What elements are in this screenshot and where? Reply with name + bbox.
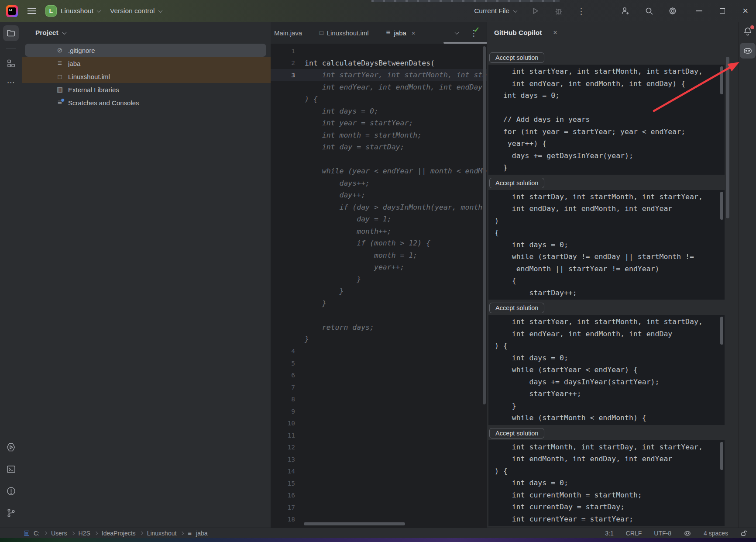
accept-solution-button[interactable]: Accept solution: [489, 178, 544, 188]
terminal-tool-icon[interactable]: [3, 461, 19, 477]
editor-line: 17: [271, 501, 487, 514]
tab-bar-scrollbar[interactable]: [443, 42, 487, 44]
editor-line: }: [271, 273, 487, 286]
editor-line: }: [271, 333, 487, 345]
add-user-icon[interactable]: [620, 6, 631, 16]
editor-code-area[interactable]: 1 2 int calculateDaysBetweenDates( 3 int…: [271, 44, 487, 528]
inspections-ok-icon[interactable]: ✓: [474, 25, 480, 35]
editor-vertical-scrollbar[interactable]: [483, 46, 486, 404]
tab-linuxshout-iml[interactable]: Linuxshout.iml: [311, 22, 377, 44]
vcs-widget[interactable]: Version control: [110, 7, 162, 15]
line-text: day++;: [305, 191, 365, 199]
line-number: 18: [271, 516, 295, 523]
line-number: 12: [271, 444, 295, 451]
chevron-down-icon[interactable]: [455, 30, 459, 35]
project-widget[interactable]: L Linuxshout: [45, 5, 100, 17]
breadcrumb-item[interactable]: IdeaProjects: [102, 530, 143, 537]
debug-icon[interactable]: [553, 6, 564, 16]
editor-line: 15: [271, 477, 487, 490]
line-text: days++;: [305, 179, 370, 187]
project-tree-item[interactable]: Scratches and Consoles: [22, 96, 271, 109]
editor-line: }: [271, 285, 487, 297]
run-icon[interactable]: [530, 6, 540, 16]
notifications-bell-icon[interactable]: [742, 26, 753, 37]
caret-position-widget[interactable]: 3:1: [605, 530, 613, 537]
line-text: }: [305, 275, 361, 283]
indent-widget[interactable]: 4 spaces: [704, 530, 728, 537]
main-menu-icon[interactable]: [27, 8, 36, 14]
line-text: int year = startYear;: [305, 119, 413, 127]
accept-solution-button[interactable]: Accept solution: [489, 428, 544, 438]
editor-line: [271, 309, 487, 321]
breadcrumb-label: C:: [34, 530, 40, 537]
close-icon[interactable]: ×: [742, 7, 748, 15]
accept-solution-button[interactable]: Accept solution: [489, 303, 544, 313]
lock-icon[interactable]: [740, 530, 747, 537]
close-tab-icon[interactable]: ×: [412, 29, 416, 37]
breadcrumb-item[interactable]: Users: [51, 530, 74, 537]
line-text: int endYear, int endMonth, int endDay: [305, 83, 482, 91]
project-name: Linuxshout: [61, 7, 93, 15]
copilot-solutions-list: Accept solution int startYear, int start…: [488, 44, 725, 528]
minimize-icon[interactable]: [696, 10, 702, 11]
line-text: ) {: [305, 95, 318, 103]
structure-tool-icon[interactable]: [3, 55, 19, 71]
copilot-code: int startDay, int startMonth, int startY…: [488, 190, 725, 300]
copilot-panel-title: GitHub Copilot: [494, 29, 542, 37]
code-block-scrollbar[interactable]: [720, 192, 723, 220]
desktop-wallpaper-strip: [0, 538, 756, 542]
chevron-down-icon: [513, 8, 518, 13]
line-number: 14: [271, 468, 295, 475]
editor-line: int days = 0;: [271, 105, 487, 117]
accept-solution-button[interactable]: Accept solution: [489, 52, 544, 63]
code-block-scrollbar[interactable]: [720, 66, 723, 94]
editor-line: ) {: [271, 93, 487, 105]
maximize-icon[interactable]: [720, 8, 725, 14]
run-configuration-widget[interactable]: Current File: [474, 7, 517, 15]
project-tree-item[interactable]: jaba: [22, 57, 271, 70]
line-number: 16: [271, 492, 295, 499]
breadcrumb-item[interactable]: H2S: [79, 530, 97, 537]
line-text: }: [305, 287, 344, 295]
status-bar: C: Users H2S: [0, 528, 756, 538]
line-number: 7: [271, 384, 295, 391]
copilot-solution: Accept solution int startYear, int start…: [488, 303, 725, 425]
tab-label: Linuxshout.iml: [327, 29, 369, 37]
tree-item-label: External Libraries: [68, 86, 119, 93]
git-tool-icon[interactable]: [3, 505, 19, 521]
breadcrumb-item[interactable]: Linuxshout: [147, 530, 184, 537]
code-block-scrollbar[interactable]: [720, 317, 723, 345]
more-tool-windows-icon[interactable]: ⋯: [7, 77, 15, 87]
tab-main-java[interactable]: Main.java: [271, 22, 311, 44]
settings-gear-icon[interactable]: [667, 6, 678, 16]
search-icon[interactable]: [644, 6, 654, 16]
project-tree-item[interactable]: Linuxshout.iml: [22, 70, 271, 83]
project-tree-item[interactable]: .gitignore: [25, 44, 266, 57]
more-actions-icon[interactable]: ⋮: [577, 6, 585, 16]
project-tree-item[interactable]: External Libraries: [22, 83, 271, 96]
copilot-status-icon[interactable]: [684, 529, 691, 537]
breadcrumb-item[interactable]: C:: [34, 530, 47, 537]
copilot-tool-icon[interactable]: [740, 43, 756, 59]
close-icon[interactable]: ×: [553, 29, 557, 37]
project-tool-icon[interactable]: [3, 25, 19, 41]
services-tool-icon[interactable]: [3, 439, 19, 455]
breadcrumb-item[interactable]: jaba: [188, 529, 207, 537]
left-tool-rail: ⋯: [0, 22, 22, 528]
tab-jaba[interactable]: jaba ×: [378, 22, 424, 44]
vcs-label: Version control: [110, 7, 155, 15]
chevron-right-icon: [44, 531, 47, 535]
copilot-panel-scrollbar[interactable]: [726, 57, 729, 218]
title-bar-right: Current File ⋮: [474, 6, 756, 16]
editor-line: }: [271, 297, 487, 310]
copilot-code-block: int startDay, int startMonth, int startY…: [488, 190, 725, 300]
problems-tool-icon[interactable]: [3, 483, 19, 499]
copilot-code: int startMonth, int startDay, int startY…: [488, 440, 725, 526]
status-bar-widgets: 3:1 CRLF UTF-8 4 spaces: [605, 529, 756, 537]
editor-horizontal-scrollbar[interactable]: [304, 522, 405, 525]
line-separator-widget[interactable]: CRLF: [626, 530, 642, 537]
encoding-widget[interactable]: UTF-8: [654, 530, 671, 537]
code-block-scrollbar[interactable]: [720, 442, 723, 470]
project-panel-header[interactable]: Project: [22, 22, 271, 44]
file-type-icon: [55, 98, 64, 107]
